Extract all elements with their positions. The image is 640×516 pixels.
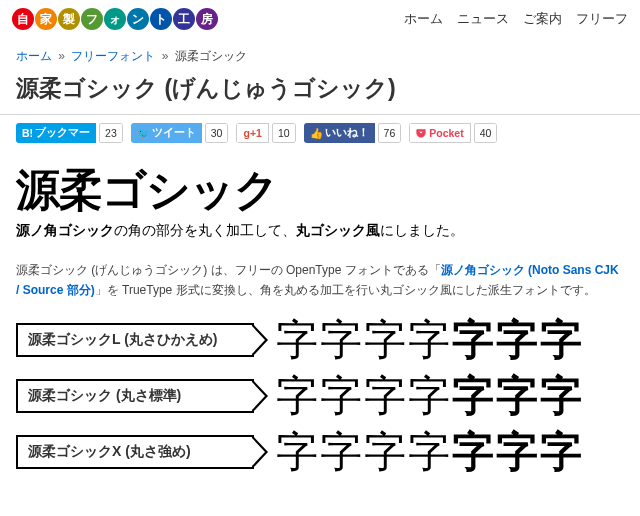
variant-label-x: 源柔ゴシックX (丸さ強め) [16,435,254,469]
glyph-sample: 字 [408,319,450,361]
hatena-bookmark-button[interactable]: B!ブックマー 23 [16,123,123,143]
variant-label-std: 源柔ゴシック (丸さ標準) [16,379,254,413]
glyph-sample-row: 字 字 字 字 字 字 字 [276,431,624,473]
glyph-sample: 字 [540,319,582,361]
breadcrumb-current: 源柔ゴシック [175,49,247,63]
glyph-sample: 字 [320,431,362,473]
nav-free[interactable]: フリーフ [576,11,628,28]
breadcrumb: ホーム » フリーフォント » 源柔ゴシック [0,36,640,71]
glyph-sample: 字 [364,431,406,473]
gplus-button[interactable]: g+1 10 [236,123,295,143]
desc-text-1: 源柔ゴシック (げんじゅうゴシック) は、フリーの OpenType フォントで… [16,263,441,277]
glyph-sample: 字 [452,375,494,417]
hero-sub-mid: の角の部分を丸く加工して、 [114,223,296,238]
variant-row: 源柔ゴシックL (丸さひかえめ) 字 字 字 字 字 字 字 [16,319,624,361]
glyph-sample: 字 [276,375,318,417]
hero-subtitle: 源ノ角ゴシックの角の部分を丸く加工して、丸ゴシック風にしました。 [16,222,624,240]
hatena-count: 23 [99,123,123,143]
hero-sub-end: にしました。 [380,223,464,238]
glyph-sample: 字 [540,375,582,417]
logo-char: 製 [58,8,80,30]
desc-text-2: 」を TrueType 形式に変換し、角を丸める加工を行い丸ゴシック風にした派生… [95,283,596,297]
like-count: 76 [378,123,402,143]
glyph-sample: 字 [276,431,318,473]
glyph-sample: 字 [364,375,406,417]
tweet-label: ツイート [152,126,196,140]
glyph-sample: 字 [452,319,494,361]
hero-sub-bold1: 源ノ角ゴシック [16,223,114,238]
logo-char: ン [127,8,149,30]
variant-row: 源柔ゴシック (丸さ標準) 字 字 字 字 字 字 字 [16,375,624,417]
tweet-button[interactable]: 🐦ツイート 30 [131,123,229,143]
pocket-label: Pocket [429,127,463,139]
nav-about[interactable]: ご案内 [523,11,562,28]
breadcrumb-home[interactable]: ホーム [16,49,52,63]
like-button[interactable]: 👍いいね！ 76 [304,123,402,143]
nav-home[interactable]: ホーム [404,11,443,28]
logo-char: 工 [173,8,195,30]
breadcrumb-sep: » [58,49,65,63]
share-row: B!ブックマー 23 🐦ツイート 30 g+1 10 👍いいね！ 76 Pock… [0,115,640,151]
breadcrumb-category[interactable]: フリーフォント [71,49,155,63]
pocket-count: 40 [474,123,498,143]
logo-char: フ [81,8,103,30]
hero-title: 源柔ゴシック [16,161,624,220]
hatena-label: ブックマー [35,126,90,140]
glyph-sample: 字 [496,375,538,417]
variants-section: 源柔ゴシックL (丸さひかえめ) 字 字 字 字 字 字 字 源柔ゴシック (丸… [0,319,640,473]
glyph-sample: 字 [540,431,582,473]
logo-char: ォ [104,8,126,30]
glyph-sample: 字 [276,319,318,361]
description: 源柔ゴシック (げんじゅうゴシック) は、フリーの OpenType フォントで… [0,246,640,319]
variant-row: 源柔ゴシックX (丸さ強め) 字 字 字 字 字 字 字 [16,431,624,473]
glyph-sample-row: 字 字 字 字 字 字 字 [276,375,624,417]
top-nav: ホーム ニュース ご案内 フリーフ [404,11,628,28]
logo-char: ト [150,8,172,30]
site-logo[interactable]: 自 家 製 フ ォ ン ト 工 房 [12,8,218,30]
pocket-button[interactable]: Pocket 40 [409,123,497,143]
logo-char: 房 [196,8,218,30]
glyph-sample: 字 [408,431,450,473]
logo-char: 自 [12,8,34,30]
variant-label-l: 源柔ゴシックL (丸さひかえめ) [16,323,254,357]
breadcrumb-sep: » [162,49,169,63]
glyph-sample: 字 [364,319,406,361]
page-title: 源柔ゴシック (げんじゅうゴシック) [0,71,640,115]
top-bar: 自 家 製 フ ォ ン ト 工 房 ホーム ニュース ご案内 フリーフ [0,0,640,36]
like-label: いいね！ [325,126,369,140]
gplus-count: 10 [272,123,296,143]
glyph-sample: 字 [496,319,538,361]
logo-char: 家 [35,8,57,30]
hero-sub-bold2: 丸ゴシック風 [296,223,380,238]
glyph-sample: 字 [320,375,362,417]
glyph-sample: 字 [408,375,450,417]
tweet-count: 30 [205,123,229,143]
glyph-sample: 字 [320,319,362,361]
glyph-sample: 字 [496,431,538,473]
pocket-icon [416,128,426,138]
hero-section: 源柔ゴシック 源ノ角ゴシックの角の部分を丸く加工して、丸ゴシック風にしました。 [0,151,640,246]
glyph-sample-row: 字 字 字 字 字 字 字 [276,319,624,361]
nav-news[interactable]: ニュース [457,11,509,28]
glyph-sample: 字 [452,431,494,473]
gplus-label: +1 [250,127,262,139]
